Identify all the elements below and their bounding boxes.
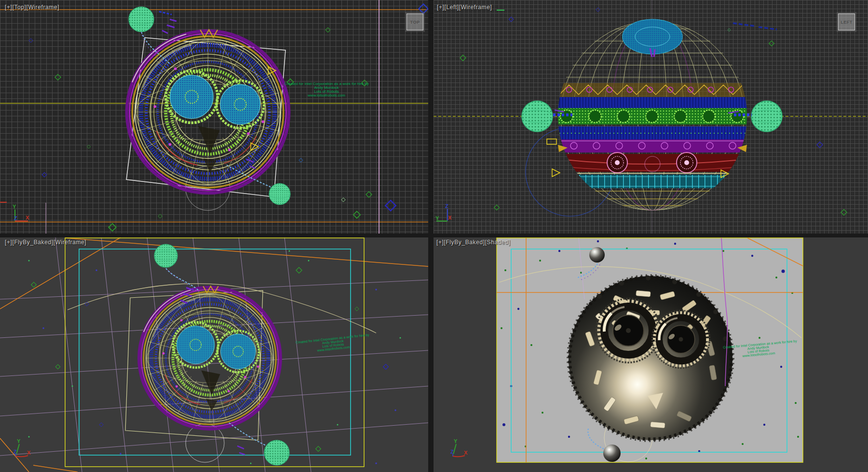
flyby-wireframe-content: Y Z X: [0, 237, 428, 472]
svg-text:Z: Z: [14, 215, 17, 221]
svg-text:Y: Y: [454, 438, 458, 444]
watermark-text: Created for Intel Corporation as a work …: [276, 82, 377, 97]
viewport-label-flyby-wireframe[interactable]: [+][FlyBy_Baked][Wireframe]: [5, 239, 86, 246]
svg-text:X: X: [26, 215, 29, 221]
mint-sphere[interactable]: [751, 101, 782, 132]
safe-frame-yellow: [65, 238, 364, 467]
wireframe-sphere-top[interactable]: [127, 30, 289, 193]
viewcube-left[interactable]: LEFT: [838, 14, 855, 30]
watermark-line: www.lotsofrobots.com: [276, 94, 377, 97]
axis-gizmo-flyby-shaded: Y Z X: [450, 438, 468, 457]
mint-sphere[interactable]: [264, 440, 289, 465]
svg-text:X: X: [448, 215, 452, 221]
svg-text:Y: Y: [435, 215, 439, 221]
shaded-ball[interactable]: [589, 247, 605, 263]
svg-text:Z: Z: [14, 449, 17, 455]
viewport-label-top[interactable]: [+][Top][Wireframe]: [5, 4, 59, 11]
mint-sphere[interactable]: [522, 101, 553, 132]
viewport-label-flyby-shaded[interactable]: [+][FlyBy_Baked][Shaded]: [436, 239, 510, 246]
wireframe-sphere-camera[interactable]: [139, 286, 281, 429]
top-view-content: Y Z X: [0, 0, 428, 234]
quad-viewport-layout: Y Z X: [0, 0, 868, 472]
viewcube-top[interactable]: TOP: [407, 14, 423, 30]
mint-sphere[interactable]: [269, 183, 290, 205]
viewcube-left-face-label: LEFT: [841, 20, 853, 25]
svg-text:Z: Z: [445, 203, 448, 209]
viewcube-top-face-label: TOP: [410, 20, 420, 25]
svg-text:Y: Y: [13, 204, 16, 209]
svg-text:Z: Z: [450, 449, 454, 455]
shaded-ball[interactable]: [603, 444, 621, 462]
viewport-label-left[interactable]: [+][Left][Wireframe]: [437, 4, 492, 11]
svg-text:X: X: [27, 450, 31, 456]
mint-sphere[interactable]: [129, 7, 154, 32]
mint-sphere[interactable]: [154, 244, 177, 267]
svg-text:Y: Y: [17, 438, 21, 444]
scene-geometry: Y Z X: [0, 0, 868, 472]
axis-gizmo-left-view: Z Y X: [435, 203, 452, 221]
left-view-content: Z Y X: [434, 0, 868, 234]
axis-gizmo-top-view: Y Z X: [13, 204, 29, 221]
svg-text:X: X: [464, 450, 468, 456]
